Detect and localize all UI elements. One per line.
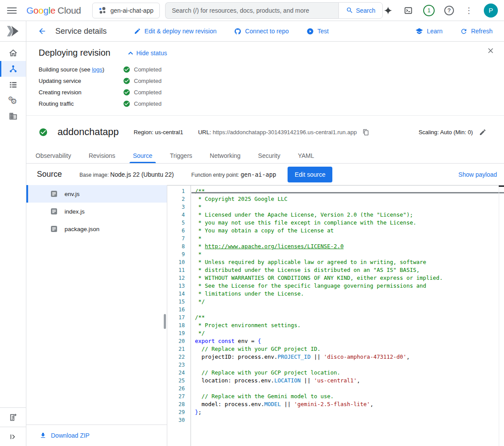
code-line: /** [195, 314, 504, 321]
help-icon[interactable]: ? [444, 6, 454, 15]
edit-source-button[interactable]: Edit source [288, 167, 332, 182]
code-token: , [357, 377, 360, 384]
refresh-label: Refresh [471, 28, 493, 35]
code-line: * You may obtain a copy of the License a… [195, 227, 504, 235]
code-token: // Replace with the Gemini model to use. [202, 393, 334, 400]
line-number: 29 [167, 408, 191, 416]
cloud-wordmark: Cloud [58, 5, 81, 16]
editor-gutter: 1234567891011121314151617181920212223242… [167, 186, 191, 446]
editor-horizontal-scrollbar[interactable] [191, 192, 504, 193]
logs-link[interactable]: logs [92, 66, 102, 73]
release-notes-icon[interactable] [0, 407, 26, 427]
code-line: // Replace with the Gemini model to use. [195, 392, 504, 400]
file-panel-footer: Download ZIP [26, 425, 167, 446]
region-value: us-central1 [155, 129, 183, 136]
tab-networking[interactable]: Networking [201, 148, 249, 163]
file-item-index.js[interactable]: index.js [26, 203, 167, 220]
tab-triggers[interactable]: Triggers [161, 148, 201, 163]
code-token: || [281, 401, 294, 407]
tab-observability[interactable]: Observability [27, 148, 80, 163]
file-icon [50, 208, 58, 215]
code-token: * distributed under the License is distr… [195, 267, 420, 273]
expand-rail-icon[interactable] [0, 427, 26, 446]
download-zip-link[interactable]: Download ZIP [40, 432, 90, 439]
notifications-badge[interactable]: 1 [423, 5, 435, 16]
cloud-shell-icon[interactable] [403, 5, 414, 16]
nav-home-icon[interactable] [0, 45, 26, 61]
nav-domains-icon[interactable] [0, 108, 26, 124]
copy-url-icon[interactable] [363, 129, 369, 136]
edit-deploy-button[interactable]: Edit & deploy new revision [134, 28, 216, 35]
rail-bottom [0, 407, 26, 446]
test-label: Test [317, 28, 329, 35]
search-placeholder: Search (/) for resources, docs, products… [172, 7, 309, 14]
code-line: // Replace with your GCP project ID. [195, 345, 504, 353]
back-button[interactable] [38, 27, 47, 36]
file-panel-scrollbar[interactable] [164, 314, 166, 329]
file-item-env.js[interactable]: env.js [26, 185, 167, 203]
tab-revisions[interactable]: Revisions [80, 148, 124, 163]
connect-repo-button[interactable]: Connect to repo [234, 28, 289, 35]
nav-jobs-icon[interactable] [0, 77, 26, 93]
nav-worker-pools-icon[interactable]: ⚙⚙ [0, 93, 26, 108]
nav-services-icon[interactable] [0, 61, 26, 77]
project-selector[interactable]: gen-ai-chat-app [92, 3, 160, 18]
deploy-step-label: Building source (see logs) [39, 66, 123, 73]
line-number: 11 [167, 266, 191, 274]
tab-security[interactable]: Security [249, 148, 289, 163]
line-number: 15 [167, 298, 191, 306]
code-token: // Replace with your GCP project locatio… [202, 369, 340, 376]
hide-status-toggle[interactable]: Hide status [128, 50, 167, 57]
editor-scrollbar-thumb[interactable] [499, 186, 504, 187]
code-line: // Replace with your GCP project locatio… [195, 369, 504, 377]
line-number: 26 [167, 385, 191, 392]
code-token: 'gemini-2.5-flash-lite' [294, 401, 370, 407]
cloud-run-logo [0, 21, 26, 41]
help-glyph: ? [447, 7, 451, 14]
source-toolbar: Source Base image: Node.js 22 (Ubuntu 22… [26, 164, 504, 185]
tab-source[interactable]: Source [124, 148, 161, 163]
line-number: 1 [167, 187, 191, 195]
code-line [195, 361, 504, 369]
action-bar-right: Learn Refresh [415, 27, 493, 35]
file-name: env.js [65, 191, 79, 197]
google-cloud-logo[interactable]: Google Cloud [26, 5, 81, 16]
check-circle-icon [123, 66, 130, 73]
menu-icon[interactable] [7, 5, 17, 16]
search-button-label: Search [356, 7, 375, 14]
code-line: */ [195, 329, 504, 337]
test-button[interactable]: Test [306, 28, 329, 35]
edit-scaling-icon[interactable] [479, 128, 486, 136]
service-region: Region: us-central1 [133, 129, 183, 136]
show-payload-link[interactable]: Show payload [458, 171, 497, 178]
code-editor[interactable]: 1234567891011121314151617181920212223242… [167, 185, 504, 446]
deploy-step-label: Routing traffic [39, 100, 123, 107]
deploy-steps: Building source (see logs)CompletedUpdat… [39, 64, 492, 109]
line-number: 16 [167, 306, 191, 314]
file-panel: env.jsindex.jspackage.json Download ZIP [26, 185, 167, 446]
deploy-step-status: Completed [123, 66, 162, 73]
learn-button[interactable]: Learn [415, 27, 443, 35]
more-options-icon[interactable]: ⋮ [464, 5, 474, 16]
deploy-step-status-text: Completed [134, 78, 162, 84]
deploy-step-status: Completed [123, 77, 162, 85]
deploy-step-label: Creating revision [39, 89, 123, 96]
search-button[interactable]: Search [338, 2, 383, 19]
line-number: 17 [167, 314, 191, 321]
refresh-button[interactable]: Refresh [460, 28, 493, 35]
tab-yaml[interactable]: YAML [289, 148, 323, 163]
entry-point-value: gen-ai-app [241, 171, 276, 178]
code-token: { [258, 338, 261, 344]
search-input[interactable]: Search (/) for resources, docs, products… [165, 2, 338, 19]
hide-status-label: Hide status [136, 50, 167, 57]
line-number: 9 [167, 250, 191, 258]
code-token: * limitations under the License. [195, 290, 304, 297]
file-item-package.json[interactable]: package.json [26, 220, 167, 238]
close-icon[interactable] [487, 47, 494, 56]
line-number: 14 [167, 290, 191, 298]
code-token: const [218, 338, 235, 344]
line-number: 21 [167, 345, 191, 353]
avatar[interactable]: P [484, 4, 498, 18]
gemini-icon[interactable] [383, 5, 393, 16]
code-token: export [195, 338, 215, 344]
